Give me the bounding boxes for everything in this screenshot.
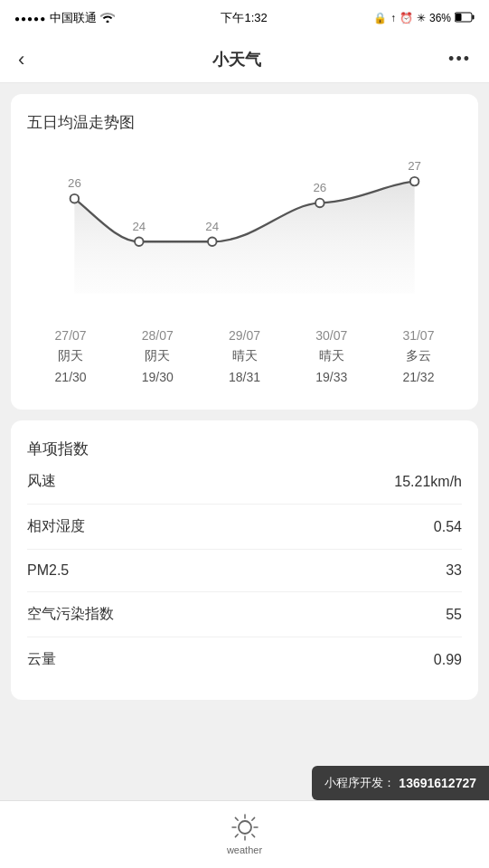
index-label-0: 风速 bbox=[27, 472, 56, 491]
day-weather-0: 阴天 bbox=[58, 348, 83, 364]
day-temp-0: 21/30 bbox=[55, 370, 87, 384]
svg-point-13 bbox=[239, 821, 251, 834]
day-col-1: 28/07 阴天 19/30 bbox=[114, 328, 201, 384]
temperature-chart: 26 24 24 26 27 bbox=[27, 147, 462, 310]
chart-title: 五日均温走势图 bbox=[27, 112, 462, 133]
wifi-icon bbox=[100, 12, 115, 25]
index-row-2: PM2.5 33 bbox=[27, 550, 462, 592]
day-col-4: 31/07 多云 21/32 bbox=[375, 328, 462, 384]
lock-icon: 🔒 bbox=[373, 12, 387, 24]
day-date-1: 28/07 bbox=[142, 328, 174, 343]
date-row: 27/07 阴天 21/30 28/07 阴天 19/30 29/07 晴天 1… bbox=[27, 328, 462, 384]
back-button[interactable]: ‹ bbox=[18, 50, 24, 70]
mini-tooltip-prefix: 小程序开发： bbox=[324, 775, 395, 791]
nav-bar: ‹ 小天气 ••• bbox=[0, 36, 489, 83]
day-weather-2: 晴天 bbox=[232, 348, 258, 364]
svg-point-7 bbox=[410, 177, 419, 186]
signal-icon: ●●●●● bbox=[14, 14, 46, 24]
alarm-icon: ⏰ bbox=[400, 12, 413, 24]
index-label-1: 相对湿度 bbox=[27, 517, 85, 536]
svg-point-6 bbox=[315, 199, 324, 208]
more-button[interactable]: ••• bbox=[448, 50, 471, 69]
day-date-3: 30/07 bbox=[315, 328, 347, 343]
day-temp-3: 19/33 bbox=[315, 370, 347, 384]
index-value-0: 15.21km/h bbox=[394, 474, 462, 490]
svg-text:26: 26 bbox=[68, 176, 81, 190]
svg-text:24: 24 bbox=[205, 220, 219, 233]
status-right: 🔒 ↑ ⏰ ✳ 36% bbox=[373, 12, 475, 25]
index-title: 单项指数 bbox=[27, 439, 462, 459]
index-label-4: 云量 bbox=[27, 650, 56, 669]
index-value-1: 0.54 bbox=[434, 519, 462, 535]
day-temp-4: 21/32 bbox=[402, 370, 434, 384]
battery-icon bbox=[455, 12, 475, 25]
day-weather-3: 晴天 bbox=[319, 348, 344, 364]
svg-line-18 bbox=[235, 817, 238, 820]
carrier-name: 中国联通 bbox=[50, 10, 97, 26]
svg-point-5 bbox=[208, 238, 217, 247]
day-date-4: 31/07 bbox=[402, 328, 434, 343]
index-value-3: 55 bbox=[446, 607, 462, 623]
svg-point-4 bbox=[135, 238, 144, 247]
tab-weather[interactable]: weather bbox=[0, 814, 489, 855]
index-label-2: PM2.5 bbox=[27, 562, 69, 579]
index-row-4: 云量 0.99 bbox=[27, 637, 462, 682]
day-temp-1: 19/30 bbox=[142, 370, 174, 384]
svg-rect-1 bbox=[472, 14, 474, 19]
svg-text:26: 26 bbox=[313, 181, 326, 194]
mini-tooltip-phone: 13691612727 bbox=[399, 776, 476, 790]
mini-tooltip: 小程序开发： 13691612727 bbox=[312, 766, 489, 800]
index-row-0: 风速 15.21km/h bbox=[27, 459, 462, 505]
bluetooth-icon: ✳ bbox=[417, 12, 426, 24]
day-date-2: 29/07 bbox=[229, 328, 260, 343]
day-col-0: 27/07 阴天 21/30 bbox=[27, 328, 114, 384]
svg-text:27: 27 bbox=[408, 159, 421, 173]
tab-bar: weather bbox=[0, 800, 489, 868]
status-left: ●●●●● 中国联通 bbox=[14, 10, 115, 26]
svg-line-19 bbox=[251, 835, 254, 837]
svg-line-21 bbox=[251, 817, 254, 820]
svg-text:24: 24 bbox=[132, 220, 146, 233]
battery-level: 36% bbox=[429, 12, 451, 24]
index-value-2: 33 bbox=[446, 562, 462, 579]
day-col-3: 30/07 晴天 19/33 bbox=[288, 328, 375, 384]
index-card: 单项指数 风速 15.21km/h 相对湿度 0.54 PM2.5 33 空气污… bbox=[11, 420, 478, 700]
tab-weather-label: weather bbox=[227, 844, 262, 855]
svg-point-3 bbox=[71, 194, 80, 203]
index-value-4: 0.99 bbox=[434, 652, 462, 668]
day-date-0: 27/07 bbox=[55, 328, 87, 343]
svg-line-20 bbox=[235, 835, 238, 837]
day-weather-1: 阴天 bbox=[145, 348, 170, 364]
status-time: 下午1:32 bbox=[221, 10, 267, 26]
index-row-3: 空气污染指数 55 bbox=[27, 592, 462, 637]
index-label-3: 空气污染指数 bbox=[27, 605, 114, 624]
day-weather-4: 多云 bbox=[406, 348, 431, 364]
chart-svg: 26 24 24 26 27 bbox=[27, 147, 462, 310]
status-bar: ●●●●● 中国联通 下午1:32 🔒 ↑ ⏰ ✳ 36% bbox=[0, 0, 489, 36]
day-temp-2: 18/31 bbox=[229, 370, 260, 384]
svg-rect-2 bbox=[456, 14, 462, 21]
chart-card: 五日均温走势图 bbox=[11, 94, 478, 410]
page-title: 小天气 bbox=[212, 49, 261, 71]
location-icon: ↑ bbox=[390, 12, 396, 24]
weather-icon bbox=[231, 814, 259, 841]
main-content: 五日均温走势图 bbox=[0, 83, 489, 794]
index-row-1: 相对湿度 0.54 bbox=[27, 505, 462, 550]
day-col-2: 29/07 晴天 18/31 bbox=[201, 328, 287, 384]
